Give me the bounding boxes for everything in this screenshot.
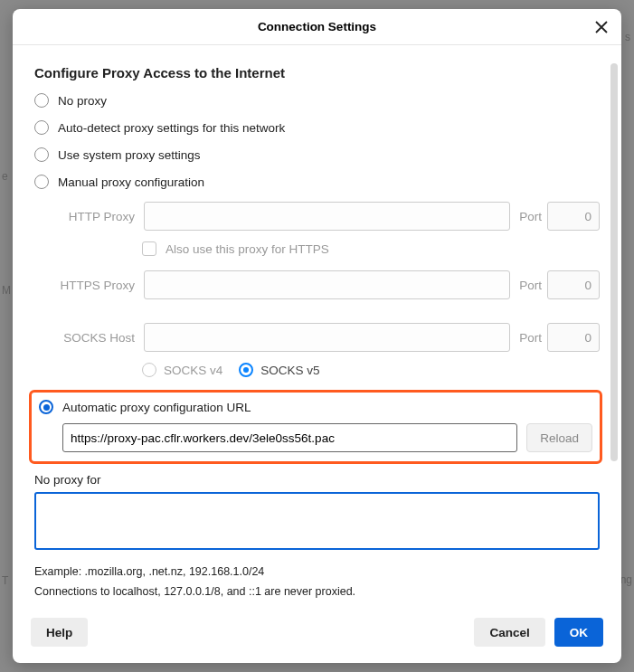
radio-icon (239, 363, 253, 377)
option-label: SOCKS v4 (164, 364, 222, 377)
option-auto-config-url[interactable]: Automatic proxy configuration URL (39, 400, 592, 414)
manual-proxy-section: HTTP Proxy Port Also use this proxy for … (34, 202, 600, 377)
bg-text: T (2, 574, 8, 587)
radio-icon (34, 147, 49, 162)
option-label: Manual proxy configuration (58, 175, 204, 189)
radio-icon (39, 400, 53, 414)
modal-header: Connection Settings (13, 9, 621, 45)
socks-host-label: SOCKS Host (34, 331, 138, 345)
help-button[interactable]: Help (31, 618, 88, 647)
https-port-input[interactable] (547, 270, 600, 299)
option-auto-detect[interactable]: Auto-detect proxy settings for this netw… (34, 120, 600, 135)
option-label: Automatic proxy configuration URL (62, 401, 251, 414)
section-heading: Configure Proxy Access to the Internet (34, 65, 600, 80)
https-proxy-input[interactable] (144, 270, 510, 299)
option-label: Auto-detect proxy settings for this netw… (58, 121, 285, 135)
port-label: Port (519, 331, 542, 345)
http-proxy-label: HTTP Proxy (34, 210, 138, 223)
socks-host-input[interactable] (144, 323, 510, 352)
also-https-checkbox-row[interactable]: Also use this proxy for HTTPS (142, 241, 600, 256)
radio-icon (34, 175, 49, 189)
option-label: No proxy (58, 94, 107, 108)
modal-title: Connection Settings (258, 20, 376, 33)
radio-icon (142, 363, 156, 377)
close-button[interactable] (591, 16, 612, 38)
bg-text: ng (620, 573, 632, 586)
http-proxy-input[interactable] (144, 202, 510, 231)
port-label: Port (519, 279, 542, 292)
socks-version-row: SOCKS v4 SOCKS v5 (142, 363, 600, 377)
checkbox-icon (142, 241, 156, 256)
port-label: Port (519, 210, 542, 223)
option-manual-proxy[interactable]: Manual proxy configuration (34, 175, 600, 189)
http-port-input[interactable] (547, 202, 600, 231)
radio-icon (34, 120, 49, 135)
proxy-note: Connections to localhost, 127.0.0.1/8, a… (34, 582, 600, 601)
cancel-button[interactable]: Cancel (474, 618, 544, 647)
no-proxy-for-textarea[interactable] (34, 492, 600, 550)
connection-settings-modal: Connection Settings Configure Proxy Acce… (13, 9, 621, 663)
scrollbar[interactable] (610, 63, 618, 461)
modal-footer: Help Cancel OK (13, 609, 621, 663)
example-text: Example: .mozilla.org, .net.nz, 192.168.… (34, 563, 600, 581)
close-icon (595, 21, 608, 33)
modal-body: Configure Proxy Access to the Internet N… (13, 45, 621, 609)
option-no-proxy[interactable]: No proxy (34, 93, 600, 108)
bg-text: M (2, 284, 11, 297)
radio-icon (34, 93, 49, 108)
bg-text: s (625, 31, 630, 43)
checkbox-label: Also use this proxy for HTTPS (166, 242, 329, 256)
socks-v5-option[interactable]: SOCKS v5 (239, 363, 319, 377)
option-label: Use system proxy settings (58, 148, 201, 162)
socks-v4-option[interactable]: SOCKS v4 (142, 363, 222, 377)
https-proxy-label: HTTPS Proxy (34, 279, 138, 292)
bg-text: e (2, 170, 8, 183)
option-label: SOCKS v5 (260, 364, 319, 377)
socks-port-input[interactable] (547, 323, 600, 352)
pac-url-input[interactable] (62, 423, 517, 452)
reload-button[interactable]: Reload (526, 423, 592, 452)
ok-button[interactable]: OK (554, 618, 603, 647)
option-system-proxy[interactable]: Use system proxy settings (34, 147, 600, 162)
highlighted-pac-section: Automatic proxy configuration URL Reload (29, 390, 602, 464)
no-proxy-for-label: No proxy for (34, 473, 600, 487)
